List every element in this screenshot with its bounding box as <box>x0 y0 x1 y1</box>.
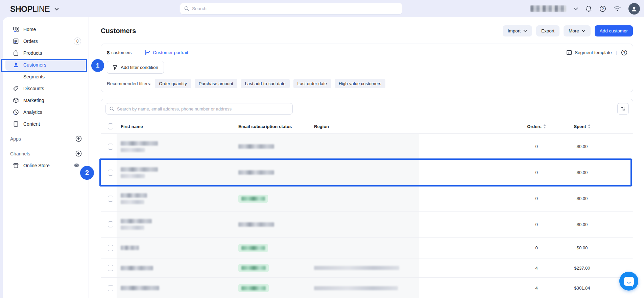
filter-chip-high-value-customers[interactable]: High-value customers <box>335 79 385 88</box>
email-status-cell <box>238 222 314 227</box>
account-avatar[interactable] <box>628 3 640 15</box>
table-search-input[interactable] <box>117 106 289 111</box>
customer-portrait-link[interactable]: Customer portrait <box>145 50 188 55</box>
column-header-region[interactable]: Region <box>314 124 490 129</box>
table-row[interactable]: 0 $0.00 <box>101 238 633 258</box>
sort-carets-icon[interactable] <box>588 124 591 128</box>
sidebar-item-label: Products <box>23 50 81 56</box>
spent-value: $0.00 <box>555 245 609 250</box>
select-all-checkbox[interactable] <box>108 123 113 129</box>
analytics-pie-icon <box>13 109 19 115</box>
network-wifi-icon[interactable] <box>614 6 621 11</box>
customer-name-redacted <box>121 286 238 290</box>
discount-tag-icon <box>13 85 19 92</box>
name-redacted <box>121 141 158 146</box>
table-row[interactable]: 4 $301.84 <box>101 278 633 298</box>
table-row[interactable]: 4 $237.00 <box>101 258 633 278</box>
email-status-redacted <box>238 170 274 175</box>
sidebar-item-marketing[interactable]: Marketing <box>5 94 86 106</box>
email-status-cell <box>238 170 314 175</box>
row-checkbox[interactable] <box>108 265 113 271</box>
sidebar-item-discounts[interactable]: Discounts <box>5 82 86 94</box>
segment-template-label: Segment template <box>575 50 612 55</box>
sidebar-item-label: Segments <box>23 74 81 79</box>
sidebar-item-label: Online Store <box>23 163 69 168</box>
email-status-subscribed-badge <box>238 284 269 292</box>
email-status-redacted <box>238 144 274 149</box>
column-header-spent[interactable]: Spent <box>555 124 609 129</box>
name-redacted <box>121 266 153 270</box>
row-checkbox[interactable] <box>108 221 113 227</box>
online-store-icon <box>13 163 19 169</box>
column-header-first-name[interactable]: First name <box>121 124 238 129</box>
status-text-redacted <box>241 197 265 201</box>
add-channel-plus-icon[interactable] <box>75 150 82 157</box>
store-switch-chevron-down-icon[interactable] <box>574 7 578 10</box>
table-row[interactable]: 0 $0.00 <box>101 134 633 159</box>
add-customer-label: Add customer <box>600 28 628 33</box>
filter-chip-purchase-amount[interactable]: Purchase amount <box>195 79 237 88</box>
orders-value: 0 <box>518 170 555 175</box>
email-status-cell <box>238 195 314 203</box>
sidebar-item-home[interactable]: Home <box>5 23 86 35</box>
filter-chip-last-order-date[interactable]: Last order date <box>293 79 331 88</box>
sidebar-item-content[interactable]: Content <box>5 118 86 130</box>
row-checkbox[interactable] <box>108 144 113 150</box>
brand-wordmark: SHOPLINE <box>10 4 50 14</box>
sidebar-item-label: Home <box>23 27 81 32</box>
global-search[interactable] <box>180 3 402 15</box>
global-search-input[interactable] <box>192 6 398 11</box>
filter-chip-last-add-to-cart-date[interactable]: Last add-to-cart date <box>241 79 290 88</box>
sidebar-item-segments[interactable]: Segments <box>5 71 86 82</box>
filters-card: 8 customers Customer portrait Segment te… <box>101 44 633 92</box>
column-header-orders[interactable]: Orders <box>518 124 555 129</box>
filter-chip-order-quantity[interactable]: Order quantity <box>155 79 191 88</box>
import-button[interactable]: Import <box>503 25 532 36</box>
orders-value: 4 <box>518 266 555 271</box>
chat-widget-button[interactable] <box>619 272 638 291</box>
table-row[interactable]: 0 $0.00 <box>101 159 633 186</box>
row-checkbox[interactable] <box>108 170 113 176</box>
name-redacted <box>121 246 139 250</box>
svg-text:?: ? <box>602 6 604 10</box>
add-filter-label: Add filter condition <box>121 65 158 70</box>
chevron-down-icon <box>582 30 586 32</box>
help-circle-icon[interactable]: ? <box>621 49 627 56</box>
help-icon[interactable]: ? <box>599 5 606 12</box>
more-label: More <box>569 28 579 33</box>
customer-name-redacted <box>121 141 238 152</box>
table-search[interactable] <box>105 103 293 115</box>
add-app-plus-icon[interactable] <box>75 135 82 142</box>
sort-carets-icon[interactable] <box>543 124 546 128</box>
orders-header-label: Orders <box>527 124 542 129</box>
sidebar-item-products[interactable]: Products <box>5 47 86 59</box>
add-filter-condition-button[interactable]: Add filter condition <box>107 61 164 74</box>
row-checkbox[interactable] <box>108 196 113 202</box>
table-row[interactable]: 0 $0.00 <box>101 186 633 212</box>
add-customer-button[interactable]: Add customer <box>595 25 633 36</box>
sidebar-item-label: Marketing <box>23 98 81 103</box>
name-redacted <box>121 219 152 223</box>
view-store-eye-icon[interactable] <box>73 163 80 168</box>
sidebar-item-online-store[interactable]: Online Store <box>5 159 86 171</box>
sidebar-item-orders[interactable]: Orders 8 <box>5 35 86 47</box>
row-checkbox[interactable] <box>108 285 113 291</box>
notifications-bell-icon[interactable] <box>586 5 592 12</box>
table-row[interactable]: 0 $0.00 <box>101 212 633 238</box>
segment-template-button[interactable]: Segment template <box>566 50 612 55</box>
sidebar-item-analytics[interactable]: Analytics <box>5 106 86 118</box>
sidebar-item-label: Discounts <box>23 86 81 91</box>
more-button[interactable]: More <box>564 25 591 36</box>
orders-icon <box>13 38 19 44</box>
row-checkbox[interactable] <box>108 245 113 251</box>
sidebar-item-customers[interactable]: Customers <box>5 59 86 71</box>
spent-header-label: Spent <box>574 124 586 129</box>
status-text-redacted <box>241 266 266 270</box>
shopline-logo[interactable]: SHOPLINE <box>10 4 59 14</box>
sort-button[interactable] <box>617 103 629 115</box>
sidebar-section-channels: Channels <box>3 148 89 159</box>
export-button[interactable]: Export <box>536 25 559 36</box>
column-header-email-subscription-status[interactable]: Email subscription status <box>238 124 314 129</box>
spent-value: $237.00 <box>555 266 609 271</box>
customer-name-redacted <box>121 193 238 204</box>
